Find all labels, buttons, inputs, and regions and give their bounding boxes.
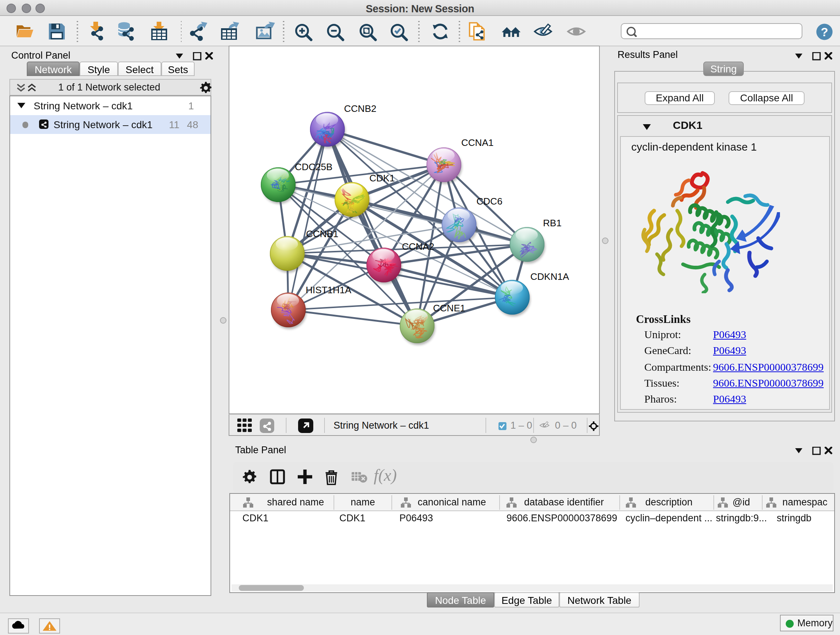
- svg-text:CDC25B: CDC25B: [294, 161, 332, 172]
- svg-text:CCNE1: CCNE1: [433, 302, 465, 313]
- svg-text:CDK1: CDK1: [369, 172, 394, 183]
- svg-text:CCNB2: CCNB2: [344, 103, 376, 114]
- svg-text:CDC6: CDC6: [476, 195, 502, 206]
- svg-text:HIST1H1A: HIST1H1A: [305, 284, 351, 295]
- svg-text:CCNB1: CCNB1: [306, 228, 338, 239]
- svg-text:CDKN1A: CDKN1A: [530, 271, 569, 282]
- svg-text:CCNA1: CCNA1: [461, 137, 493, 148]
- svg-text:CCNA2: CCNA2: [401, 241, 434, 252]
- svg-text:?: ?: [821, 25, 828, 38]
- svg-text:RB1: RB1: [543, 217, 561, 228]
